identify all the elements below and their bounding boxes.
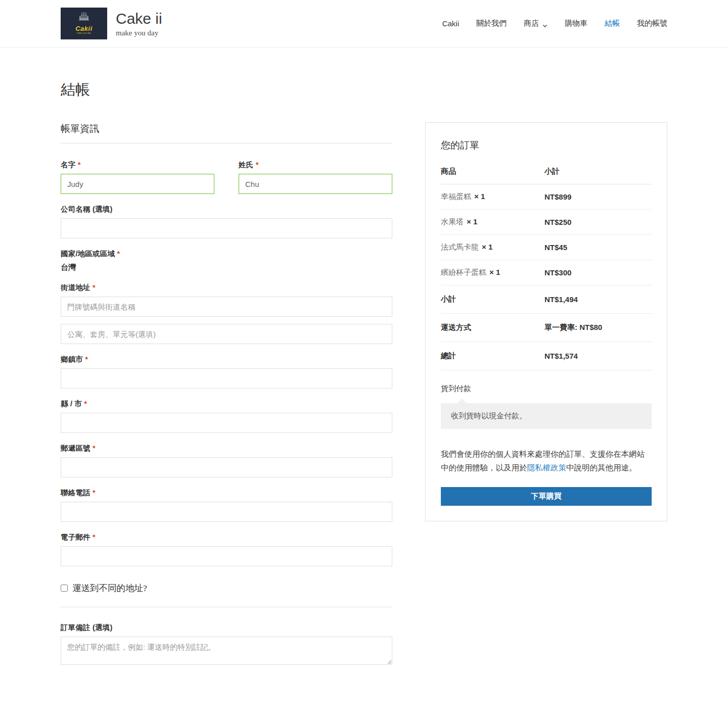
phone-label: 聯絡電話 *: [61, 488, 392, 498]
order-item-row: 繽紛杯子蛋糕× 1 NT$300: [441, 260, 652, 285]
last-name-label: 姓氏 *: [239, 160, 392, 170]
site-title[interactable]: Cake ii: [116, 10, 162, 27]
postcode-field-group: 郵遞區號 *: [61, 444, 392, 477]
total-label: 總計: [441, 342, 544, 370]
last-name-field-group: 姓氏 *: [239, 160, 392, 194]
required-mark: *: [117, 250, 120, 258]
order-notes-label: 訂單備註 (選填): [61, 623, 392, 633]
required-mark: *: [256, 161, 259, 169]
order-item-row: 幸福蛋糕× 1 NT$899: [441, 184, 652, 210]
email-field-group: 電子郵件 *: [61, 533, 392, 566]
billing-heading: 帳單資訊: [61, 122, 392, 143]
privacy-policy-link[interactable]: 隱私權政策: [527, 463, 567, 472]
nav-item-cakii[interactable]: Cakii: [442, 19, 459, 28]
order-notes-textarea[interactable]: [61, 637, 392, 665]
site-branding: Cakii make you day Cake ii make you day: [61, 8, 162, 39]
nav-item-cart[interactable]: 購物車: [565, 19, 587, 28]
email-input[interactable]: [61, 546, 392, 566]
subtotal-label: 小計: [441, 285, 544, 314]
divider: [61, 607, 392, 607]
required-mark: *: [84, 400, 87, 408]
order-item-row: 水果塔× 1 NT$250: [441, 210, 652, 235]
company-input[interactable]: [61, 218, 392, 238]
item-subtotal: NT$899: [544, 184, 652, 210]
city-field-group: 鄉鎮市 *: [61, 355, 392, 389]
payment-method-description: 收到貨時以現金付款。: [441, 403, 652, 429]
ship-to-different-address-label[interactable]: 運送到不同的地址?: [72, 582, 147, 594]
item-name: 水果塔: [441, 217, 464, 226]
state-label: 縣 / 市 *: [61, 399, 392, 409]
address-line1-input[interactable]: [61, 297, 392, 317]
subtotal-row: 小計 NT$1,494: [441, 285, 652, 314]
required-mark: *: [93, 533, 96, 541]
payment-method-label[interactable]: 貨到付款: [441, 384, 652, 394]
place-order-button[interactable]: 下單購買: [441, 487, 652, 506]
order-notes-field-group: 訂單備註 (選填): [61, 623, 392, 666]
ship-to-different-address-row: 運送到不同的地址?: [61, 582, 392, 594]
item-subtotal: NT$250: [544, 210, 652, 235]
email-label: 電子郵件 *: [61, 533, 392, 542]
address-field-group: 街道地址 *: [61, 283, 392, 344]
main-nav: Cakii 關於我們 商店 購物車 結帳 我的帳號: [442, 19, 667, 28]
required-mark: *: [93, 489, 96, 497]
phone-input[interactable]: [61, 502, 392, 522]
city-input[interactable]: [61, 368, 392, 389]
chevron-down-icon[interactable]: [542, 21, 548, 26]
first-name-label: 名字 *: [61, 160, 214, 170]
logo-tagline: make you day: [77, 32, 91, 35]
required-mark: *: [78, 161, 81, 169]
site-logo[interactable]: Cakii make you day: [61, 8, 107, 39]
nav-item-checkout[interactable]: 結帳: [605, 19, 620, 28]
required-mark: *: [93, 444, 96, 452]
postcode-label: 郵遞區號 *: [61, 444, 392, 453]
country-field-group: 國家/地區或區域 * 台灣: [61, 249, 392, 272]
state-field-group: 縣 / 市 *: [61, 399, 392, 433]
country-value: 台灣: [61, 263, 392, 272]
order-review-heading: 您的訂單: [441, 139, 652, 152]
nav-item-shop[interactable]: 商店: [524, 19, 548, 28]
ship-to-different-address-checkbox[interactable]: [61, 585, 68, 592]
checkout-page: 結帳 帳單資訊 名字 * 姓氏 * 公司名稱 (選填): [61, 47, 667, 723]
shipping-row: 運送方式 單一費率: NT$80: [441, 314, 652, 342]
street-address-label: 街道地址 *: [61, 283, 392, 293]
required-mark: *: [93, 283, 96, 292]
total-value: NT$1,574: [544, 342, 652, 370]
item-name: 法式馬卡龍: [441, 243, 479, 251]
state-input[interactable]: [61, 413, 392, 433]
phone-field-group: 聯絡電話 *: [61, 488, 392, 522]
city-label: 鄉鎮市 *: [61, 355, 392, 364]
first-name-field-group: 名字 *: [61, 160, 214, 194]
nav-item-about[interactable]: 關於我們: [476, 19, 507, 28]
logo-wordmark: Cakii: [75, 25, 93, 32]
site-header: Cakii make you day Cake ii make you day …: [0, 0, 728, 47]
shipping-value: 單一費率: NT$80: [544, 314, 652, 342]
cake-icon: [77, 12, 90, 25]
privacy-notice: 我們會使用你的個人資料來處理你的訂單、支援你在本網站中的使用體驗，以及用於隱私權…: [441, 447, 652, 474]
country-label: 國家/地區或區域 *: [61, 249, 392, 259]
postcode-input[interactable]: [61, 457, 392, 477]
item-qty: × 1: [489, 268, 500, 276]
shipping-label: 運送方式: [441, 314, 544, 342]
nav-item-account[interactable]: 我的帳號: [637, 19, 667, 28]
required-mark: *: [85, 355, 88, 363]
item-qty: × 1: [467, 217, 477, 226]
last-name-input[interactable]: [239, 174, 392, 194]
column-header-subtotal: 小計: [544, 167, 652, 184]
order-item-row: 法式馬卡龍× 1 NT$45: [441, 235, 652, 260]
item-subtotal: NT$300: [544, 260, 652, 285]
item-qty: × 1: [482, 243, 492, 251]
item-name: 繽紛杯子蛋糕: [441, 268, 486, 276]
total-row: 總計 NT$1,574: [441, 342, 652, 370]
subtotal-value: NT$1,494: [544, 285, 652, 314]
first-name-input[interactable]: [61, 174, 214, 194]
company-field-group: 公司名稱 (選填): [61, 205, 392, 238]
item-subtotal: NT$45: [544, 235, 652, 260]
order-review-box: 您的訂單 商品 小計 幸福蛋糕× 1 NT$899 水果塔× 1 NT$25: [425, 122, 667, 521]
item-qty: × 1: [474, 192, 485, 201]
order-table: 商品 小計 幸福蛋糕× 1 NT$899 水果塔× 1 NT$250 法式馬卡龍…: [441, 167, 652, 370]
site-tagline: make you day: [116, 29, 162, 37]
column-header-product: 商品: [441, 167, 544, 184]
item-name: 幸福蛋糕: [441, 192, 471, 201]
page-title: 結帳: [61, 80, 667, 100]
address-line2-input[interactable]: [61, 324, 392, 344]
